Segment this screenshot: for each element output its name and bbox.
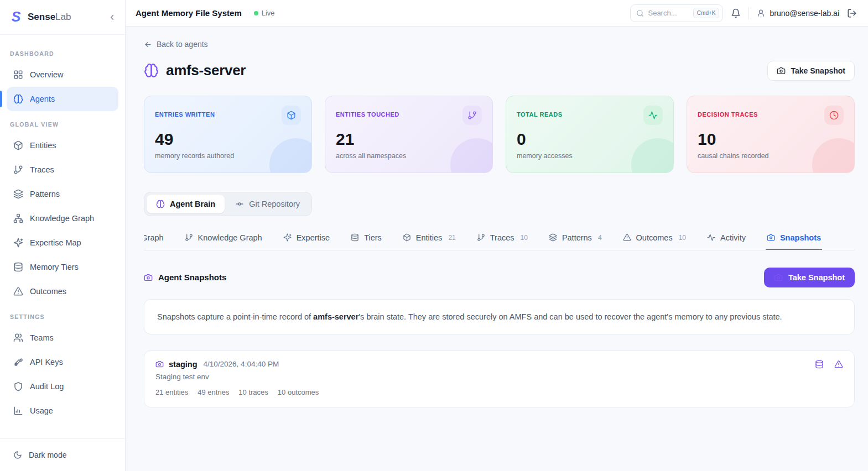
search-icon	[636, 9, 644, 17]
snapshot-name: staging	[169, 360, 197, 369]
stat-card-entities-touched: ENTITIES TOUCHED21across all namespaces	[325, 96, 493, 173]
snapshots-section-header: Agent Snapshots Take Snapshot	[144, 268, 855, 287]
key-icon	[13, 357, 23, 367]
alert-triangle-icon	[13, 286, 23, 296]
tab-label: Traces	[490, 233, 514, 242]
camera-icon	[777, 66, 786, 75]
tab-entities[interactable]: Entities21	[402, 228, 457, 250]
git-commit-icon	[235, 200, 244, 208]
sidebar-item-expertise-map[interactable]: Expertise Map	[7, 231, 118, 255]
sidebar-item-audit-log[interactable]: Audit Log	[7, 374, 118, 399]
sidebar-item-overview[interactable]: Overview	[7, 62, 118, 87]
sidebar-item-usage[interactable]: Usage	[7, 399, 118, 423]
back-to-agents-link[interactable]: Back to agents	[144, 40, 208, 49]
stat-card-total-reads: TOTAL READS0memory accesses	[506, 96, 674, 173]
nav-section-settings: SETTINGSTeamsAPI KeysAudit LogUsage	[7, 313, 118, 423]
tab-count: 10	[679, 234, 686, 242]
sidebar-item-teams[interactable]: Teams	[7, 326, 118, 350]
logo-row: S SenseLab	[0, 0, 125, 35]
take-snapshot-button-top[interactable]: Take Snapshot	[767, 61, 855, 81]
camera-icon	[767, 233, 775, 242]
sidebar-item-agents[interactable]: Agents	[7, 87, 118, 111]
activity-icon	[648, 111, 658, 120]
logout-button[interactable]	[847, 8, 857, 18]
sidebar-footer: Dark mode	[0, 438, 125, 471]
snapshot-stat: 10 traces	[238, 388, 268, 396]
view-toggle: Agent BrainGit Repository	[144, 192, 312, 216]
search-box[interactable]: Cmd+K	[630, 4, 723, 22]
box-icon	[287, 111, 296, 120]
search-shortcut-badge: Cmd+K	[693, 8, 720, 18]
database-icon	[351, 233, 359, 242]
tab-knowledge-graph[interactable]: Knowledge Graph	[184, 228, 263, 250]
sidebar-item-patterns[interactable]: Patterns	[7, 182, 118, 206]
take-snapshot-button-primary[interactable]: Take Snapshot	[764, 268, 855, 287]
dark-mode-label: Dark mode	[29, 451, 66, 459]
tab-snapshots[interactable]: Snapshots	[766, 228, 822, 250]
sidebar-item-traces[interactable]: Traces	[7, 158, 118, 182]
stat-label: TOTAL READS	[517, 111, 563, 118]
sidebar-collapse-button[interactable]	[108, 13, 116, 22]
section-title: Agent Snapshots	[158, 273, 226, 282]
box-icon	[403, 233, 411, 242]
network-icon	[13, 213, 23, 223]
topbar-right: Cmd+K bruno@sense-lab.ai	[630, 4, 857, 22]
tab-label: Activity	[720, 233, 746, 242]
git-branch-icon	[477, 233, 485, 242]
layers-icon	[13, 189, 23, 199]
user-account: bruno@sense-lab.ai	[757, 9, 839, 18]
tab-tiers[interactable]: Tiers	[350, 228, 383, 250]
snapshot-list: staging4/10/2026, 4:04:40 PMStaging test…	[144, 350, 855, 407]
stat-icon-badge	[282, 106, 301, 125]
stat-label: ENTITIES TOUCHED	[336, 111, 399, 118]
camera-icon	[144, 273, 153, 282]
tab-label: Expertise	[297, 233, 330, 242]
live-dot-icon	[254, 11, 258, 15]
snapshot-stat: 49 entries	[197, 388, 229, 396]
tab-label: Patterns	[562, 233, 592, 242]
sidebar-item-outcomes[interactable]: Outcomes	[7, 279, 118, 303]
tab-traces[interactable]: Traces10	[476, 228, 529, 250]
sidebar-item-label: Outcomes	[30, 287, 66, 296]
sidebar-item-memory-tiers[interactable]: Memory Tiers	[7, 255, 118, 279]
tab-outcomes[interactable]: Outcomes10	[622, 228, 687, 250]
snapshots-description: Snapshots capture a point-in-time record…	[144, 299, 855, 334]
tab-expertise[interactable]: Expertise	[282, 228, 331, 250]
bar-chart-icon	[13, 406, 23, 416]
svg-text:S: S	[12, 10, 21, 24]
sidebar-item-entities[interactable]: Entities	[7, 133, 118, 158]
sidebar-item-label: Knowledge Graph	[30, 214, 94, 223]
snapshot-outcomes-button[interactable]	[834, 360, 843, 369]
arrow-left-icon	[144, 40, 152, 49]
page-content: Back to agents amfs-server Take Snapshot…	[126, 27, 868, 471]
sidebar-item-label: Usage	[30, 406, 53, 415]
live-label: Live	[262, 9, 275, 17]
sidebar: S SenseLab DASHBOARDOverviewAgentsGLOBAL…	[0, 0, 126, 471]
stat-card-decision-traces: DECISION TRACES10causal chains recorded	[687, 96, 855, 173]
tab-activity[interactable]: Activity	[706, 228, 747, 250]
snapshot-stats: 21 entities49 entries10 traces10 outcome…	[155, 388, 843, 396]
camera-icon	[155, 360, 164, 368]
sidebar-item-api-keys[interactable]: API Keys	[7, 350, 118, 374]
live-status: Live	[254, 9, 275, 17]
moon-icon	[13, 451, 22, 459]
users-icon	[13, 333, 23, 343]
tab-y-graph[interactable]: y Graph	[144, 228, 165, 250]
alert-triangle-icon	[623, 233, 631, 242]
search-input[interactable]	[648, 9, 689, 17]
camera-icon	[774, 273, 783, 282]
stat-card-entries-written: ENTRIES WRITTEN49memory records authored	[144, 96, 312, 173]
sidebar-item-knowledge-graph[interactable]: Knowledge Graph	[7, 206, 118, 231]
bell-icon	[731, 8, 741, 18]
page-header: amfs-server Take Snapshot	[144, 61, 855, 81]
alert-triangle-icon	[834, 360, 843, 369]
toggle-git-repository[interactable]: Git Repository	[226, 195, 309, 213]
notifications-button[interactable]	[731, 8, 741, 18]
dark-mode-toggle[interactable]: Dark mode	[7, 444, 118, 465]
toggle-agent-brain[interactable]: Agent Brain	[147, 195, 225, 213]
tab-bar: y GraphKnowledge GraphExpertiseTiersEnti…	[144, 228, 855, 250]
tab-patterns[interactable]: Patterns4	[548, 228, 603, 250]
sidebar-nav: DASHBOARDOverviewAgentsGLOBAL VIEWEntiti…	[0, 35, 125, 438]
tab-count: 4	[598, 234, 602, 242]
snapshot-restore-tiers-button[interactable]	[815, 360, 824, 369]
